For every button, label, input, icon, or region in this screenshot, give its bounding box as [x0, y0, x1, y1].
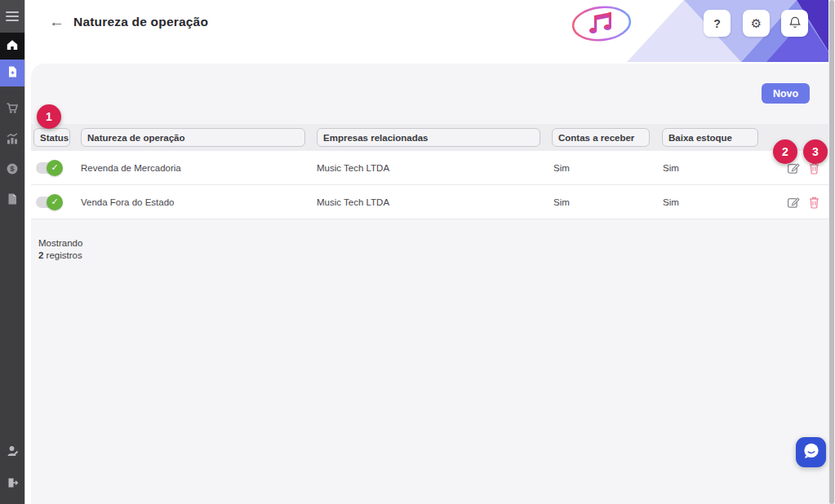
natureza-cell: Venda Fora do Estado	[81, 185, 174, 219]
sidebar-item-home[interactable]	[0, 33, 24, 60]
home-icon	[6, 38, 19, 55]
content-card: Novo Status Natureza de operação Empresa…	[31, 64, 828, 504]
page-title: Natureza de operação	[73, 15, 208, 29]
sidebar-item-reports[interactable]	[0, 126, 24, 153]
column-header-contas-receber[interactable]: Contas a receber	[552, 128, 650, 147]
notifications-button[interactable]	[781, 10, 808, 37]
sidebar-item-finance[interactable]: $	[0, 157, 24, 183]
column-header-natureza[interactable]: Natureza de operação	[81, 128, 305, 147]
contas-receber-cell: Sim	[553, 151, 570, 184]
edit-button[interactable]	[787, 196, 800, 209]
user-edit-icon	[7, 444, 19, 461]
bell-icon	[788, 15, 802, 32]
sidebar-item-files[interactable]	[0, 187, 24, 214]
sidebar-item-documents[interactable]	[0, 60, 24, 86]
baixa-estoque-cell: Sim	[663, 151, 679, 184]
vertical-scrollbar	[828, 0, 835, 504]
chart-icon	[6, 132, 19, 148]
annotation-badge-1: 1	[37, 104, 61, 129]
document-plus-icon	[7, 65, 19, 82]
baixa-estoque-cell: Sim	[663, 185, 679, 219]
column-header-baixa-estoque[interactable]: Baixa estoque	[662, 128, 758, 147]
records-line: 2 registros	[38, 250, 82, 262]
contas-receber-cell: Sim	[553, 185, 570, 219]
hamburger-menu-icon[interactable]	[0, 0, 24, 33]
annotation-badge-2: 2	[773, 139, 797, 164]
annotation-badge-3: 3	[803, 139, 828, 164]
svg-text:$: $	[10, 164, 15, 173]
column-header-status[interactable]: Status	[33, 128, 70, 147]
status-toggle[interactable]: ✓	[36, 197, 60, 208]
sidebar-item-user[interactable]	[0, 439, 24, 466]
table-body: ✓ Revenda de Mercadoria Music Tech LTDA …	[31, 151, 828, 219]
toggle-check-icon: ✓	[47, 160, 63, 176]
chat-widget-button[interactable]	[796, 437, 826, 467]
sidebar-item-purchases[interactable]	[0, 96, 24, 123]
music-note-logo	[570, 4, 633, 46]
back-arrow[interactable]: ←	[49, 14, 64, 29]
status-toggle[interactable]: ✓	[36, 162, 60, 174]
records-count: Mostrando 2 registros	[38, 237, 82, 262]
logout-icon	[6, 476, 19, 493]
sidebar: $	[0, 0, 24, 504]
chat-bubble-icon	[801, 440, 822, 465]
table-row: ✓ Venda Fora do Estado Music Tech LTDA S…	[31, 185, 828, 219]
table-header-row: Status Natureza de operação Empresas rel…	[31, 124, 828, 151]
top-header: ← Natureza de operação ? ⚙	[24, 0, 835, 64]
dollar-coin-icon: $	[6, 162, 19, 179]
column-header-empresas[interactable]: Empresas relacionadas	[317, 128, 540, 147]
table-row: ✓ Revenda de Mercadoria Music Tech LTDA …	[31, 151, 828, 185]
status-cell: ✓	[36, 185, 60, 219]
file-icon	[7, 192, 18, 209]
row-actions	[787, 185, 820, 219]
settings-button[interactable]: ⚙	[743, 10, 770, 37]
cart-icon	[6, 102, 19, 117]
status-cell: ✓	[36, 151, 60, 184]
new-button[interactable]: Novo	[762, 83, 810, 104]
natureza-cell: Revenda de Mercadoria	[81, 151, 181, 184]
empresas-cell: Music Tech LTDA	[317, 185, 389, 219]
showing-label: Mostrando	[38, 237, 82, 250]
scrollbar-thumb[interactable]	[829, 0, 834, 504]
delete-button[interactable]	[807, 196, 820, 209]
help-button[interactable]: ?	[704, 10, 731, 37]
toggle-check-icon: ✓	[47, 194, 63, 210]
sidebar-item-logout[interactable]	[0, 471, 24, 497]
empresas-cell: Music Tech LTDA	[317, 151, 389, 184]
